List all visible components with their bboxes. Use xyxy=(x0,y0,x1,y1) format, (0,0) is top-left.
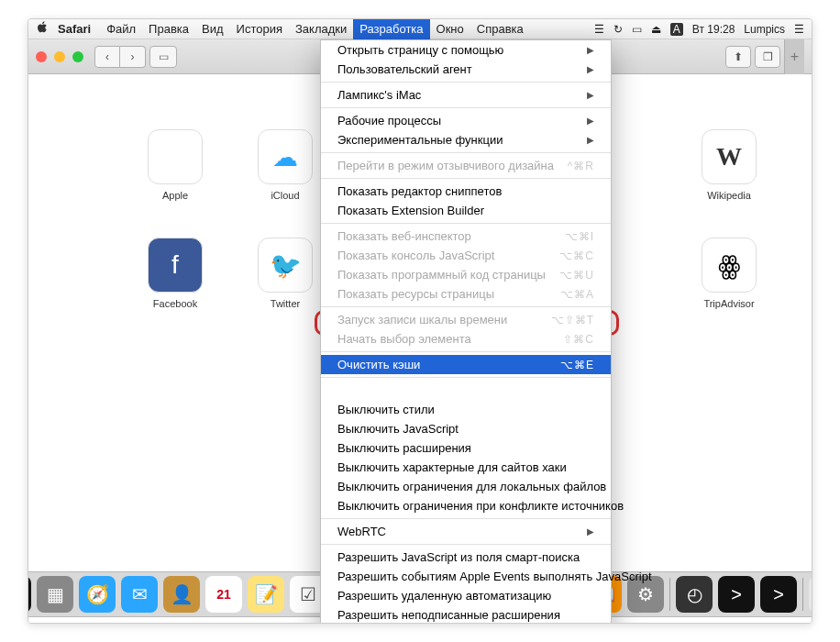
site-apple[interactable]: Apple xyxy=(138,129,212,201)
menubar-status-area: ☰ ↻ ▭ ⏏ A Вт 19:28 Lumpics ☰ xyxy=(594,23,804,36)
menu-item[interactable]: Разрешить неподписанные расширения xyxy=(321,605,611,624)
site-label: Apple xyxy=(162,190,188,201)
close-button[interactable] xyxy=(36,51,47,62)
menu-item: Начать выбор элемента⇧⌘C xyxy=(321,329,611,349)
notification-center-icon[interactable]: ☰ xyxy=(794,23,804,36)
dock-terminal2-icon[interactable]: > xyxy=(760,576,797,613)
dock-terminal-icon[interactable]: > xyxy=(718,576,755,613)
menu-separator xyxy=(321,107,611,108)
menu-item-label: Показать ресурсы страницы xyxy=(337,287,494,301)
menu-item-label: Экспериментальные функции xyxy=(337,133,503,147)
site-wikipedia[interactable]: WWikipedia xyxy=(702,129,757,201)
menu-история[interactable]: История xyxy=(230,19,289,39)
menu-правка[interactable]: Правка xyxy=(142,19,195,39)
shortcut-label: ⌥⌘A xyxy=(560,288,594,301)
dock-dashboard-icon[interactable]: ◴ xyxy=(676,576,713,613)
menu-item-label: Выключить ограничения при конфликте исто… xyxy=(337,499,624,513)
menu-item-label: WebRTC xyxy=(337,525,386,538)
menu-item: Показать веб-инспектор⌥⌘I xyxy=(321,227,611,246)
menu-item-label: Выключить расширения xyxy=(337,441,471,455)
menu-item[interactable]: Лампикс's iMac▶ xyxy=(321,85,611,105)
shortcut-label: ⌥⌘C xyxy=(559,249,594,262)
forward-button[interactable]: › xyxy=(120,46,146,68)
menu-item[interactable]: Выключить расширения xyxy=(321,438,611,458)
user-name[interactable]: Lumpics xyxy=(744,23,785,36)
menu-item-label: Открыть страницу с помощью xyxy=(337,43,503,57)
submenu-arrow-icon: ▶ xyxy=(587,116,594,126)
new-tab-button[interactable]: + xyxy=(784,39,804,74)
display-icon[interactable]: ▭ xyxy=(632,23,642,36)
submenu-arrow-icon: ▶ xyxy=(587,90,594,100)
eject-icon[interactable]: ⏏ xyxy=(651,23,661,36)
timemachine-icon[interactable]: ↻ xyxy=(613,23,623,36)
dock-separator xyxy=(669,578,670,611)
zoom-button[interactable] xyxy=(72,51,83,62)
menu-item[interactable]: Очистить кэши⌥⌘E xyxy=(321,355,611,374)
menu-item[interactable]: Выключить стили xyxy=(321,400,611,419)
menu-справка[interactable]: Справка xyxy=(470,19,530,39)
menu-item-label: Разрешить событиям Apple Events выполнят… xyxy=(337,570,652,583)
menu-item[interactable]: WebRTC▶ xyxy=(321,522,611,541)
site-tripadvisor[interactable]: ꙮTripAdvisor xyxy=(702,238,757,309)
menu-item[interactable]: Пользовательский агент▶ xyxy=(321,60,611,79)
menu-item[interactable]: Выключить ограничения при конфликте исто… xyxy=(321,496,611,515)
menu-item: Перейти в режим отзывчивого дизайна^⌘R xyxy=(321,156,611,175)
menu-item-label: Выключить стили xyxy=(337,403,435,416)
apple-menu[interactable] xyxy=(36,21,49,37)
input-source[interactable]: A xyxy=(670,23,683,36)
clock[interactable]: Вт 19:28 xyxy=(692,23,735,36)
storage-icon[interactable]: ☰ xyxy=(594,23,604,36)
shortcut-label: ⌥⌘U xyxy=(559,269,594,282)
menu-item-label: Выключить ограничения для локальных файл… xyxy=(337,480,606,493)
menu-item-label: Выключить характерные для сайтов хаки xyxy=(337,460,567,474)
site-label: TripAdvisor xyxy=(703,298,754,309)
menu-item-label: Разрешить JavaScript из поля смарт-поиск… xyxy=(337,550,580,564)
menu-разработка[interactable]: Разработка xyxy=(353,19,429,39)
menu-item[interactable]: Показать редактор сниппетов xyxy=(321,182,611,201)
favorites-grid-right: WWikipediaꙮTripAdvisor xyxy=(702,129,757,309)
share-button[interactable]: ⬆ xyxy=(725,46,751,68)
menu-файл[interactable]: Файл xyxy=(100,19,142,39)
dock-calendar-icon[interactable]: 21 xyxy=(205,576,242,613)
dock-downloads-icon[interactable]: ⬇ xyxy=(809,576,812,613)
menu-item[interactable]: Выключить характерные для сайтов хаки xyxy=(321,458,611,477)
menu-закладки[interactable]: Закладки xyxy=(289,19,353,39)
minimize-button[interactable] xyxy=(54,51,65,62)
dock-notes-icon[interactable]: 📝 xyxy=(248,576,284,613)
menu-окно[interactable]: Окно xyxy=(430,19,470,39)
menu-item[interactable]: Показать Extension Builder xyxy=(321,201,611,220)
submenu-arrow-icon: ▶ xyxy=(587,526,594,537)
menu-item-label: Очистить кэши xyxy=(337,358,420,371)
menu-item[interactable]: Рабочие процессы▶ xyxy=(321,111,611,130)
back-button[interactable]: ‹ xyxy=(94,46,120,68)
menu-separator xyxy=(321,178,611,179)
dock-launchpad-icon[interactable]: ▦ xyxy=(37,576,73,613)
site-label: Wikipedia xyxy=(707,190,751,201)
menu-item[interactable]: Экспериментальные функции▶ xyxy=(321,130,611,149)
site-icloud[interactable]: ☁iCloud xyxy=(249,129,322,201)
menu-item[interactable]: Выключить ограничения для локальных файл… xyxy=(321,477,611,496)
site-twitter[interactable]: 🐦Twitter xyxy=(249,238,322,309)
menu-item[interactable]: Разрешить JavaScript из поля смарт-поиск… xyxy=(321,548,611,567)
menu-item-label: Показать редактор сниппетов xyxy=(337,184,502,198)
menubar: Safari ФайлПравкаВидИсторияЗакладкиРазра… xyxy=(28,19,812,39)
dock-mail-icon[interactable]: ✉ xyxy=(121,576,158,613)
dock-separator xyxy=(802,578,803,611)
menu-item-label: Показать программный код страницы xyxy=(337,268,546,282)
dock-siri-icon[interactable]: ◉ xyxy=(28,576,31,613)
shortcut-label: ⇧⌘C xyxy=(563,333,594,346)
site-facebook[interactable]: fFacebook xyxy=(138,238,212,309)
menu-item[interactable]: Разрешить событиям Apple Events выполнят… xyxy=(321,567,611,586)
shortcut-label: ^⌘R xyxy=(568,160,594,172)
menu-item-label: Показать Extension Builder xyxy=(337,204,484,217)
dock-contacts-icon[interactable]: 👤 xyxy=(163,576,200,613)
menu-item[interactable]: Выключить JavaScript xyxy=(321,419,611,438)
sidebar-button[interactable]: ▭ xyxy=(149,46,177,68)
dock-safari-icon[interactable]: 🧭 xyxy=(79,576,116,613)
app-name[interactable]: Safari xyxy=(58,22,91,36)
menu-item[interactable]: Разрешить удаленную автоматизацию xyxy=(321,586,611,605)
menu-separator xyxy=(321,82,611,83)
menu-item[interactable]: Открыть страницу с помощью▶ xyxy=(321,40,611,60)
tabs-button[interactable]: ❐ xyxy=(755,46,780,68)
menu-вид[interactable]: Вид xyxy=(195,19,230,39)
